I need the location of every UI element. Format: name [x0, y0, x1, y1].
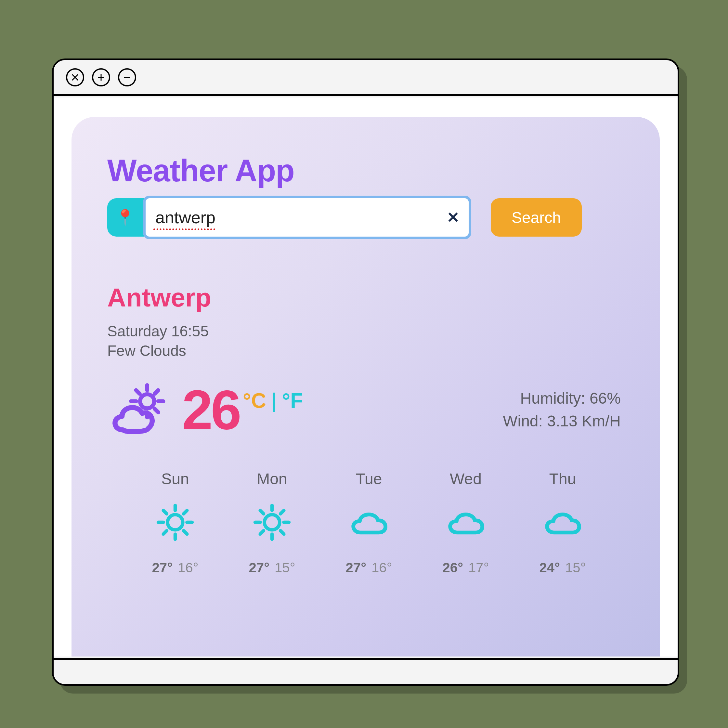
- forecast-day-label: Mon: [223, 470, 320, 488]
- unit-separator: |: [271, 389, 277, 413]
- svg-line-21: [164, 531, 167, 534]
- forecast-temps: 27°15°: [223, 560, 320, 575]
- svg-line-30: [260, 531, 263, 534]
- forecast-day-label: Tue: [320, 470, 417, 488]
- forecast-temps: 27°16°: [320, 560, 417, 575]
- humidity-value: Humidity: 66%: [503, 387, 621, 410]
- current-weather-row: 26 °C | °F Humidity: 66% Wind: 3.13 Km/H: [107, 382, 624, 437]
- svg-point-22: [265, 515, 280, 530]
- window-footer: [54, 658, 678, 684]
- app-window: Weather App 📍 ✕ Search Antwerp Saturday …: [52, 58, 679, 686]
- search-row: 📍 ✕ Search: [107, 198, 624, 240]
- city-search-input[interactable]: [143, 196, 471, 239]
- weather-card: Weather App 📍 ✕ Search Antwerp Saturday …: [72, 117, 660, 656]
- search-button[interactable]: Search: [491, 198, 582, 237]
- cloud-icon: [514, 500, 611, 545]
- unit-toggle[interactable]: °C | °F: [243, 389, 303, 413]
- svg-line-11: [155, 409, 158, 413]
- svg-line-12: [155, 390, 158, 394]
- svg-line-28: [280, 531, 284, 534]
- current-condition: Few Clouds: [107, 342, 624, 359]
- window-new-button[interactable]: [92, 68, 110, 86]
- svg-line-10: [136, 390, 140, 394]
- svg-point-13: [168, 515, 183, 530]
- environment-block: Humidity: 66% Wind: 3.13 Km/H: [503, 387, 624, 432]
- content-area: Weather App 📍 ✕ Search Antwerp Saturday …: [54, 98, 678, 656]
- cloud-icon: [417, 500, 514, 545]
- forecast-temps: 27°16°: [127, 560, 223, 575]
- forecast-row: Sun: [107, 470, 624, 575]
- current-datetime: Saturday 16:55: [107, 323, 624, 340]
- forecast-day-label: Wed: [417, 470, 514, 488]
- svg-line-27: [260, 511, 263, 514]
- forecast-day: Wed 26°17°: [417, 470, 514, 575]
- clear-input-icon[interactable]: ✕: [447, 209, 460, 226]
- current-temperature: 26: [182, 382, 240, 437]
- unit-fahrenheit[interactable]: °F: [282, 389, 303, 413]
- forecast-day-label: Sun: [127, 470, 223, 488]
- sun-icon: [223, 500, 320, 545]
- svg-line-18: [164, 511, 167, 514]
- window-close-button[interactable]: [66, 68, 84, 86]
- forecast-temps: 26°17°: [417, 560, 514, 575]
- unit-celsius[interactable]: °C: [243, 389, 266, 413]
- partly-cloudy-icon: [107, 382, 169, 437]
- svg-point-5: [140, 394, 154, 408]
- forecast-day: Thu 24°15°: [514, 470, 611, 575]
- app-title: Weather App: [107, 153, 624, 188]
- window-titlebar: [54, 60, 678, 96]
- sun-icon: [127, 500, 223, 545]
- pin-icon: 📍: [107, 198, 143, 237]
- cloud-icon: [320, 500, 417, 545]
- city-name: Antwerp: [107, 283, 624, 313]
- wind-value: Wind: 3.13 Km/H: [503, 410, 621, 433]
- svg-line-20: [184, 511, 187, 514]
- forecast-day: Tue 27°16°: [320, 470, 417, 575]
- svg-line-29: [280, 511, 284, 514]
- svg-line-19: [184, 531, 187, 534]
- window-minimize-button[interactable]: [118, 68, 136, 86]
- forecast-day: Sun: [127, 470, 223, 575]
- forecast-temps: 24°15°: [514, 560, 611, 575]
- forecast-day-label: Thu: [514, 470, 611, 488]
- search-pill: 📍 ✕: [107, 198, 468, 237]
- forecast-day: Mon: [223, 470, 320, 575]
